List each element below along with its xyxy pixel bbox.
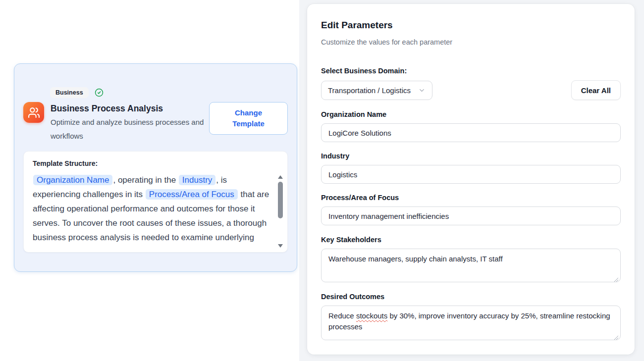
industry-input[interactable] xyxy=(321,165,621,184)
business-domain-select[interactable]: Transportation / Logistics xyxy=(321,81,432,100)
industry-label: Industry xyxy=(321,151,621,161)
chevron-down-icon xyxy=(418,87,426,94)
scrollbar[interactable] xyxy=(276,175,284,248)
process-area-input[interactable] xyxy=(321,206,621,225)
edit-parameters-panel: Edit Parameters Customize the values for… xyxy=(307,4,635,355)
desired-outcomes-textarea[interactable]: Reduce stockouts by 30%, improve invento… xyxy=(321,306,621,340)
field-organization-name: Organization Name xyxy=(321,109,621,142)
process-area-label: Process/Area of Focus xyxy=(321,193,621,203)
business-domain-value: Transportation / Logistics xyxy=(328,86,411,95)
template-structure-box: Template Structure: Organization Name, o… xyxy=(23,151,288,253)
key-stakeholders-textarea[interactable]: Warehouse managers, supply chain analyst… xyxy=(321,249,621,282)
business-domain-label: Select Business Domain: xyxy=(321,66,621,76)
page: Business Business Process Analysis Optim… xyxy=(0,0,644,361)
template-header: Business Process Analysis Optimize and a… xyxy=(23,102,288,143)
badge-row: Business xyxy=(50,87,288,99)
template-structure-text[interactable]: Organization Name, operating in the Indu… xyxy=(33,173,276,247)
desired-outcomes-label: Desired Outcomes xyxy=(321,292,621,302)
key-stakeholders-label: Key Stakeholders xyxy=(321,235,621,245)
organization-name-label: Organization Name xyxy=(321,109,621,119)
field-process-area: Process/Area of Focus xyxy=(321,193,621,225)
page-title: Edit Parameters xyxy=(321,19,621,32)
resize-grip-icon[interactable] xyxy=(614,333,619,338)
template-structure-label: Template Structure: xyxy=(33,158,278,168)
field-key-stakeholders: Key Stakeholders Warehouse managers, sup… xyxy=(321,235,621,282)
scrollbar-up-icon[interactable] xyxy=(278,175,283,179)
field-industry: Industry xyxy=(321,151,621,184)
category-badge: Business xyxy=(50,87,89,98)
change-template-button[interactable]: Change Template xyxy=(209,102,288,135)
check-circle-icon xyxy=(95,88,104,97)
domain-row: Transportation / Logistics Clear All xyxy=(321,80,621,100)
resize-grip-icon[interactable] xyxy=(614,275,619,280)
clear-all-button[interactable]: Clear All xyxy=(571,80,621,100)
organization-name-input[interactable] xyxy=(321,123,621,142)
field-desired-outcomes: Desired Outcomes Reduce stockouts by 30%… xyxy=(321,292,621,340)
template-title: Business Process Analysis xyxy=(51,102,204,115)
template-header-text: Business Process Analysis Optimize and a… xyxy=(51,102,204,143)
template-subtitle: Optimize and analyze business processes … xyxy=(51,115,204,143)
page-subtitle: Customize the values for each parameter xyxy=(321,37,621,47)
users-icon xyxy=(23,102,44,123)
scrollbar-thumb[interactable] xyxy=(278,182,283,218)
scrollbar-down-icon[interactable] xyxy=(278,244,283,248)
template-card: Business Business Process Analysis Optim… xyxy=(14,63,297,272)
